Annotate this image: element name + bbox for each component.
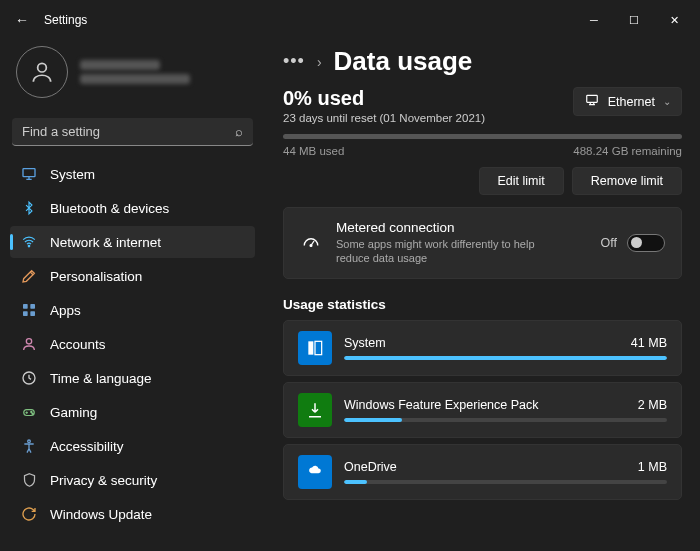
remove-limit-button[interactable]: Remove limit: [572, 167, 682, 195]
account-name-redacted: [80, 56, 190, 88]
svg-point-14: [310, 244, 312, 246]
search-input[interactable]: [22, 124, 235, 139]
metered-desc: Some apps might work differently to help…: [336, 237, 546, 266]
app-usage: 1 MB: [638, 460, 667, 474]
nav-label: Time & language: [50, 371, 152, 386]
nav-gaming[interactable]: Gaming: [10, 396, 255, 428]
maximize-button[interactable]: ☐: [614, 5, 654, 35]
usage-percent: 0% used: [283, 87, 485, 110]
accessibility-icon: [20, 437, 38, 455]
app-name: System: [344, 336, 386, 350]
account-profile[interactable]: [10, 40, 255, 114]
app-icon: [298, 331, 332, 365]
gauge-icon: [300, 232, 322, 254]
svg-rect-15: [308, 341, 313, 354]
nav-label: Accounts: [50, 337, 106, 352]
svg-rect-3: [23, 304, 28, 309]
breadcrumb-more-icon[interactable]: •••: [283, 51, 305, 72]
nav-label: System: [50, 167, 95, 182]
svg-point-7: [26, 339, 31, 344]
svg-rect-5: [23, 311, 28, 316]
network-selector[interactable]: Ethernet ⌄: [573, 87, 682, 116]
app-icon: [298, 393, 332, 427]
network-label: Ethernet: [608, 95, 655, 109]
app-icon: [298, 455, 332, 489]
nav-label: Network & internet: [50, 235, 161, 250]
svg-point-12: [28, 440, 31, 443]
shield-icon: [20, 471, 38, 489]
chevron-right-icon: ›: [317, 54, 322, 70]
app-usage: 2 MB: [638, 398, 667, 412]
usage-stats-heading: Usage statistics: [283, 297, 682, 312]
svg-point-2: [28, 245, 30, 247]
app-name: OneDrive: [344, 460, 397, 474]
ethernet-icon: [584, 93, 600, 110]
accounts-icon: [20, 335, 38, 353]
bluetooth-icon: [20, 199, 38, 217]
brush-icon: [20, 267, 38, 285]
app-usage-bar: [344, 418, 667, 422]
edit-limit-button[interactable]: Edit limit: [479, 167, 564, 195]
metered-connection-card: Metered connection Some apps might work …: [283, 207, 682, 279]
usage-progress-bar: [283, 134, 682, 139]
usage-summary: 0% used 23 days until reset (01 November…: [283, 87, 485, 124]
search-icon: ⌕: [235, 124, 243, 139]
app-usage-bar: [344, 480, 667, 484]
nav-label: Apps: [50, 303, 81, 318]
system-icon: [20, 165, 38, 183]
svg-point-10: [31, 411, 32, 412]
nav-label: Windows Update: [50, 507, 152, 522]
app-usage: 41 MB: [631, 336, 667, 350]
svg-rect-6: [30, 311, 35, 316]
apps-icon: [20, 301, 38, 319]
search-box[interactable]: ⌕: [12, 118, 253, 146]
clock-icon: [20, 369, 38, 387]
nav-network[interactable]: Network & internet: [10, 226, 255, 258]
app-usage-row[interactable]: System41 MB: [283, 320, 682, 376]
svg-point-0: [38, 63, 47, 72]
main-content: ••• › Data usage 0% used 23 days until r…: [265, 40, 700, 551]
nav-time-language[interactable]: Time & language: [10, 362, 255, 394]
app-usage-bar: [344, 356, 667, 360]
nav-accounts[interactable]: Accounts: [10, 328, 255, 360]
app-usage-row[interactable]: Windows Feature Experience Pack2 MB: [283, 382, 682, 438]
wifi-icon: [20, 233, 38, 251]
svg-rect-13: [586, 95, 597, 102]
svg-point-11: [32, 413, 33, 414]
gaming-icon: [20, 403, 38, 421]
close-button[interactable]: ✕: [654, 5, 694, 35]
breadcrumb: ••• › Data usage: [283, 46, 682, 77]
nav-system[interactable]: System: [10, 158, 255, 190]
chevron-down-icon: ⌄: [663, 96, 671, 107]
nav-label: Accessibility: [50, 439, 124, 454]
svg-rect-1: [23, 169, 35, 177]
sidebar: ⌕ System Bluetooth & devices Network & i…: [0, 40, 265, 551]
title-bar: ← Settings ─ ☐ ✕: [0, 0, 700, 40]
app-usage-row[interactable]: OneDrive1 MB: [283, 444, 682, 500]
update-icon: [20, 505, 38, 523]
metered-title: Metered connection: [336, 220, 546, 235]
nav-windows-update[interactable]: Windows Update: [10, 498, 255, 530]
nav-privacy[interactable]: Privacy & security: [10, 464, 255, 496]
nav-label: Personalisation: [50, 269, 142, 284]
nav-list: System Bluetooth & devices Network & int…: [10, 158, 255, 530]
app-name: Windows Feature Experience Pack: [344, 398, 539, 412]
reset-subtext: 23 days until reset (01 November 2021): [283, 112, 485, 124]
avatar-icon: [16, 46, 68, 98]
nav-apps[interactable]: Apps: [10, 294, 255, 326]
remaining-amount: 488.24 GB remaining: [573, 145, 682, 157]
nav-bluetooth[interactable]: Bluetooth & devices: [10, 192, 255, 224]
toggle-state: Off: [601, 236, 617, 250]
metered-toggle[interactable]: [627, 234, 665, 252]
nav-label: Gaming: [50, 405, 97, 420]
minimize-button[interactable]: ─: [574, 5, 614, 35]
back-button[interactable]: ←: [6, 12, 38, 28]
page-title: Data usage: [334, 46, 473, 77]
nav-personalisation[interactable]: Personalisation: [10, 260, 255, 292]
svg-rect-16: [315, 341, 322, 354]
window-title: Settings: [44, 13, 87, 27]
nav-label: Bluetooth & devices: [50, 201, 169, 216]
nav-accessibility[interactable]: Accessibility: [10, 430, 255, 462]
svg-rect-4: [30, 304, 35, 309]
used-amount: 44 MB used: [283, 145, 344, 157]
